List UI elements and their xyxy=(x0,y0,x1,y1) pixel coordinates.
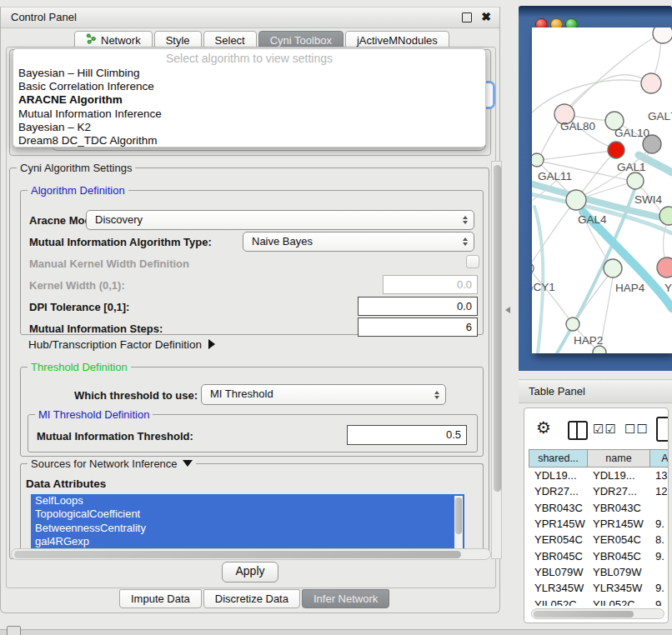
tab-infer-network[interactable]: Infer Network xyxy=(302,589,389,608)
table-header-row: shared...nameA xyxy=(529,449,669,468)
table-cell: YDL19... xyxy=(587,469,649,482)
float-window-icon[interactable] xyxy=(462,12,472,22)
network-node[interactable] xyxy=(566,190,586,210)
column-header[interactable]: name xyxy=(588,450,650,467)
gear-icon[interactable]: ⚙ xyxy=(536,418,551,438)
network-node[interactable] xyxy=(627,172,644,189)
tab-impute-data[interactable]: Impute Data xyxy=(119,589,202,608)
spinner-icon xyxy=(434,391,439,399)
mi-steps-field[interactable]: 6 xyxy=(358,318,478,337)
deselect-all-checkbox-icon[interactable]: ☐☐ xyxy=(624,422,649,437)
close-icon[interactable]: ✖ xyxy=(481,10,491,23)
hub-definition-expander[interactable]: Hub/Transcription Factor Definition xyxy=(28,338,215,351)
table-row[interactable]: YBR045CYBR045C9. xyxy=(529,548,669,563)
scrollbar-thumb[interactable] xyxy=(534,611,634,618)
network-node[interactable] xyxy=(604,259,622,278)
which-threshold-value: MI Threshold xyxy=(210,388,273,400)
algorithm-option[interactable]: Mutual Information Inference xyxy=(17,108,482,121)
network-edge[interactable] xyxy=(539,151,614,160)
table-row[interactable]: YDL19...YDL19...13 xyxy=(529,468,669,483)
network-node[interactable] xyxy=(593,346,606,353)
table-row[interactable]: YLR345WYLR345W9. xyxy=(529,580,669,596)
table-row[interactable]: YBR043CYBR043C xyxy=(529,500,669,516)
node-label: Y xyxy=(664,282,672,294)
table-row[interactable]: YPR145WYPR145W9. xyxy=(529,516,669,532)
spinner-icon xyxy=(463,238,468,246)
split-view-icon[interactable] xyxy=(568,421,588,440)
network-node[interactable] xyxy=(653,28,672,43)
table-row[interactable]: YER054CYER054C8. xyxy=(529,532,669,548)
tab-discretize-data[interactable]: Discretize Data xyxy=(203,589,300,608)
table-row[interactable]: YBL079WYBL079W xyxy=(529,564,669,580)
mi-threshold-definition-group: MI Threshold Definition Mutual Informati… xyxy=(28,414,478,452)
mi-algorithm-type-select[interactable]: Naive Bayes xyxy=(243,232,474,252)
kernel-width-label: Kernel Width (0,1): xyxy=(29,279,125,292)
network-node[interactable] xyxy=(608,142,624,158)
network-edge[interactable] xyxy=(532,270,570,321)
table-cell: YLR345W xyxy=(529,582,587,594)
network-edge[interactable] xyxy=(532,203,574,267)
algorithm-definition-group: Algorithm Definition Aracne Mode: Discov… xyxy=(20,190,484,335)
attribute-item[interactable]: SelfLoops xyxy=(31,494,464,508)
panel-title: Table Panel xyxy=(529,385,585,398)
attribute-item[interactable]: gal4RGexp xyxy=(31,535,464,548)
minimized-panel-icon[interactable] xyxy=(7,626,21,635)
apply-button[interactable]: Apply xyxy=(222,562,278,582)
network-node[interactable] xyxy=(532,262,534,274)
new-column-icon[interactable] xyxy=(656,417,669,442)
network-node[interactable] xyxy=(657,258,672,278)
algorithm-option[interactable]: Dream8 DC_TDC Algorithm xyxy=(17,134,482,148)
select-all-checkbox-icon[interactable]: ☑☑ xyxy=(593,422,617,437)
node-label: GAL80 xyxy=(560,120,595,132)
column-header[interactable]: A xyxy=(650,450,669,467)
control-panel: Control Panel ✖ NetworkStyleSelectCyni T… xyxy=(0,7,500,613)
network-node[interactable] xyxy=(566,318,579,331)
which-threshold-select[interactable]: MI Threshold xyxy=(201,384,446,405)
group-title: MI Threshold Definition xyxy=(35,408,153,421)
table-cell: YLR345W xyxy=(587,582,649,594)
network-edge[interactable] xyxy=(539,118,562,158)
sources-expander[interactable]: Sources for Network Inference xyxy=(28,458,196,470)
settings-horizontal-scrollbar[interactable] xyxy=(11,548,491,560)
manual-kernel-checkbox[interactable] xyxy=(466,255,479,268)
settings-vertical-scrollbar[interactable] xyxy=(491,161,502,559)
table-horizontal-scrollbar[interactable] xyxy=(531,608,664,619)
algorithm-option[interactable]: Basic Correlation Inference xyxy=(17,80,482,93)
algorithm-option[interactable]: Bayesian – Hill Climbing xyxy=(17,67,482,80)
attribute-item[interactable]: BetweennessCentrality xyxy=(31,522,464,535)
network-node[interactable] xyxy=(532,153,544,167)
control-panel-titlebar[interactable]: Control Panel ✖ xyxy=(1,8,499,28)
dropdown-placeholder: Select algorithm to view settings xyxy=(13,52,485,65)
attribute-item[interactable]: TopologicalCoefficient xyxy=(31,508,464,521)
table-row[interactable]: YIL052CYIL052C9. xyxy=(529,596,669,606)
scrollbar-thumb[interactable] xyxy=(494,165,501,492)
scrollbar-thumb[interactable] xyxy=(14,551,461,558)
scrollbar-thumb[interactable] xyxy=(455,498,462,534)
network-node[interactable] xyxy=(659,207,672,225)
mi-threshold-field[interactable]: 0.5 xyxy=(347,425,467,445)
network-edge[interactable] xyxy=(532,80,651,112)
aracne-mode-select[interactable]: Discovery xyxy=(86,210,474,230)
table-cell: 13 xyxy=(649,469,669,482)
column-header[interactable]: shared... xyxy=(529,450,588,467)
which-threshold-label: Which threshold to use: xyxy=(74,389,198,402)
table-cell: 9. xyxy=(649,598,669,606)
kernel-width-field[interactable]: 0.0 xyxy=(383,275,478,294)
panel-collapse-arrow-icon[interactable] xyxy=(505,307,510,313)
node-label: GAL1 xyxy=(617,161,646,173)
table-cell: 8. xyxy=(649,533,669,546)
algorithm-option[interactable]: Bayesian – K2 xyxy=(17,121,482,134)
data-attributes-list[interactable]: SelfLoopsTopologicalCoefficientBetweenne… xyxy=(31,494,464,552)
table-cell: YBR045C xyxy=(587,550,649,562)
table-cell: YBR043C xyxy=(529,502,587,514)
table-panel-titlebar[interactable]: Table Panel xyxy=(519,379,672,403)
table-row[interactable]: YDR27...YDR27...12 xyxy=(529,483,669,499)
network-canvas[interactable]: GAL7GAL80GAL10GAL1GAL11SWI4GAL4GCY1HAP4Y… xyxy=(532,28,672,353)
collapse-down-icon xyxy=(183,460,193,467)
network-edge[interactable] xyxy=(564,35,659,114)
attributes-scrollbar[interactable] xyxy=(454,496,463,551)
network-node[interactable] xyxy=(641,73,661,93)
algorithm-option[interactable]: ARACNE Algorithm xyxy=(17,93,482,107)
dpi-tolerance-field[interactable]: 0.0 xyxy=(358,297,478,316)
table-cell: YIL052C xyxy=(587,598,649,606)
